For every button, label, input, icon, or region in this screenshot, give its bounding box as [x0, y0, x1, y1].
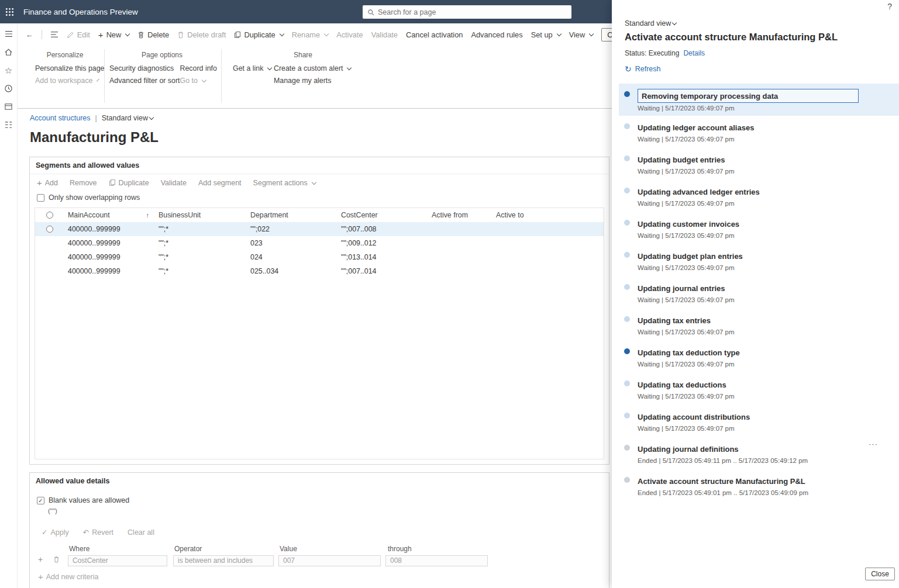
advanced-filter-or-sort-button[interactable]: Advanced filter or sort	[109, 77, 180, 85]
table-row[interactable]: 400000..999999 "";* 024 "";013..014	[35, 250, 604, 264]
grid-header-row: MainAccount↑ BusinessUnit Department Cos…	[35, 208, 604, 222]
task-list: Removing temporary processing data Waiti…	[612, 84, 899, 501]
delete-draft-button: Delete draft	[177, 30, 226, 39]
segment-actions-button: Segment actions	[253, 179, 316, 187]
group-title: Page options	[109, 51, 215, 59]
close-button[interactable]: Close	[865, 568, 895, 580]
column-header-costcenter[interactable]: CostCenter	[337, 211, 428, 219]
task-status: Waiting | 5/17/2023 05:49:07 pm	[638, 264, 899, 271]
workspaces-icon[interactable]	[4, 101, 14, 112]
cancel-activation-button[interactable]: Cancel activation	[406, 30, 463, 39]
column-header-department[interactable]: Department	[247, 211, 337, 219]
task-item[interactable]: Updating budget plan entries Waiting | 5…	[619, 244, 899, 276]
task-item[interactable]: Updating tax deductions Waiting | 5/17/2…	[619, 373, 899, 405]
search-input[interactable]	[378, 8, 567, 16]
chevron-down-icon	[324, 32, 329, 36]
task-status-dot	[624, 123, 630, 129]
sort-ascending-icon: ↑	[146, 212, 150, 219]
refresh-button[interactable]: ↻ Refresh	[625, 65, 661, 73]
task-status-dot	[624, 316, 630, 322]
record-info-button[interactable]: Record info	[180, 64, 217, 72]
panel-view-selector[interactable]: Standard view	[625, 19, 676, 27]
hamburger-menu-icon[interactable]	[4, 29, 14, 39]
chevron-down-icon	[589, 32, 594, 36]
task-status-dot	[624, 413, 630, 418]
view-button[interactable]: View	[569, 30, 594, 39]
chevron-down-icon	[311, 179, 316, 184]
cell-businessunit: "";*	[155, 267, 247, 275]
column-header-businessunit[interactable]: BusinessUnit	[155, 211, 247, 219]
task-status-dot	[624, 348, 630, 354]
blank-values-option: ✓ Blank values are allowed	[37, 496, 129, 504]
table-row[interactable]: 400000..999999 "";* 023 "";009..012	[35, 236, 604, 250]
edit-button: Edit	[67, 30, 90, 39]
delete-button[interactable]: Delete	[137, 30, 169, 39]
column-header-active-to[interactable]: Active to	[492, 211, 604, 219]
task-status: Waiting | 5/17/2023 05:49:07 pm	[638, 296, 899, 303]
chevron-down-icon	[149, 115, 154, 120]
global-search[interactable]	[363, 5, 571, 19]
set-up-button[interactable]: Set up	[531, 30, 561, 39]
check-icon: ✓	[42, 528, 47, 537]
task-item[interactable]: Updating advanced ledger entries Waiting…	[619, 180, 899, 212]
criteria-value-field: 007	[278, 555, 381, 566]
view-selector[interactable]: Standard view	[102, 114, 153, 122]
app-launcher-icon[interactable]	[0, 0, 19, 23]
activate-button: Activate	[336, 30, 363, 39]
duplicate-button[interactable]: Duplicate	[234, 30, 283, 39]
task-status: Waiting | 5/17/2023 05:49:07 pm	[638, 232, 899, 239]
manage-my-alerts-button[interactable]: Manage my alerts	[274, 77, 351, 85]
divider	[104, 49, 105, 103]
get-a-link-button[interactable]: Get a link	[233, 64, 274, 72]
task-title: Updating customer invoices	[638, 220, 739, 229]
task-item[interactable]: Updating tax entries Waiting | 5/17/2023…	[619, 309, 899, 341]
task-status: Waiting | 5/17/2023 05:49:07 pm	[638, 425, 899, 432]
back-button[interactable]: ←	[26, 30, 33, 39]
recent-clock-icon[interactable]	[4, 83, 14, 94]
help-icon[interactable]: ?	[887, 2, 892, 11]
task-item[interactable]: Updating budget entries Waiting | 5/17/2…	[619, 148, 899, 180]
details-link[interactable]: Details	[683, 49, 705, 57]
task-item[interactable]: Activate account structure Manufacturing…	[619, 469, 899, 501]
cell-department: 024	[247, 253, 337, 261]
row-select-radio[interactable]	[46, 226, 53, 233]
task-item[interactable]: Updating account distributions Waiting |…	[619, 405, 899, 437]
new-button[interactable]: +New	[98, 30, 129, 39]
show-list-icon[interactable]	[50, 31, 58, 38]
task-item[interactable]: Updating journal entries Waiting | 5/17/…	[619, 276, 899, 309]
table-row[interactable]: 400000..999999 "";* 025..034 "";007..014	[35, 264, 604, 278]
task-status-dot	[624, 381, 630, 386]
task-status-dot	[624, 155, 630, 161]
advanced-rules-button[interactable]: Advanced rules	[471, 30, 522, 39]
overlap-checkbox[interactable]	[37, 194, 44, 202]
cell-mainaccount: 400000..999999	[64, 225, 155, 233]
task-item[interactable]: Updating ledger account aliases Waiting …	[619, 116, 899, 148]
modules-hierarchy-icon[interactable]	[4, 119, 14, 130]
create-custom-alert-button[interactable]: Create a custom alert	[274, 64, 351, 72]
task-item[interactable]: Updating customer invoices Waiting | 5/1…	[619, 212, 899, 244]
panel-title: Activate account structure Manufacturing…	[625, 32, 838, 43]
chevron-down-icon	[672, 20, 677, 25]
task-item[interactable]: Updating tax deduction type Waiting | 5/…	[619, 341, 899, 373]
select-all-radio[interactable]	[46, 212, 53, 219]
column-header-mainaccount[interactable]: MainAccount↑	[64, 211, 155, 219]
favorites-star-icon[interactable]: ☆	[4, 65, 14, 75]
personalize-this-page-button[interactable]: Personalize this page	[35, 64, 95, 72]
add-segment-button: Add segment	[198, 179, 242, 187]
column-header-active-from[interactable]: Active from	[428, 211, 492, 219]
account-structures-link[interactable]: Account structures	[30, 114, 91, 122]
task-title: Updating budget plan entries	[638, 252, 743, 261]
blank-values-checkbox[interactable]: ✓	[37, 497, 44, 504]
more-options-icon[interactable]: ···	[869, 440, 878, 448]
home-icon[interactable]	[4, 47, 14, 57]
security-diagnostics-button[interactable]: Security diagnostics	[109, 64, 180, 72]
task-status: Waiting | 5/17/2023 05:49:07 pm	[638, 328, 899, 335]
cell-department: 025..034	[247, 267, 337, 275]
task-item[interactable]: Updating journal definitions Ended | 5/1…	[619, 437, 899, 469]
chevron-down-icon	[125, 32, 130, 36]
task-item[interactable]: Removing temporary processing data Waiti…	[619, 84, 899, 116]
cell-mainaccount: 400000..999999	[64, 239, 155, 247]
table-row[interactable]: 400000..999999 "";* "";022 "";007..008	[35, 222, 604, 236]
task-status-dot	[624, 252, 630, 258]
grid-toolbar: +Add Remove Duplicate Validate Add segme…	[30, 174, 609, 191]
